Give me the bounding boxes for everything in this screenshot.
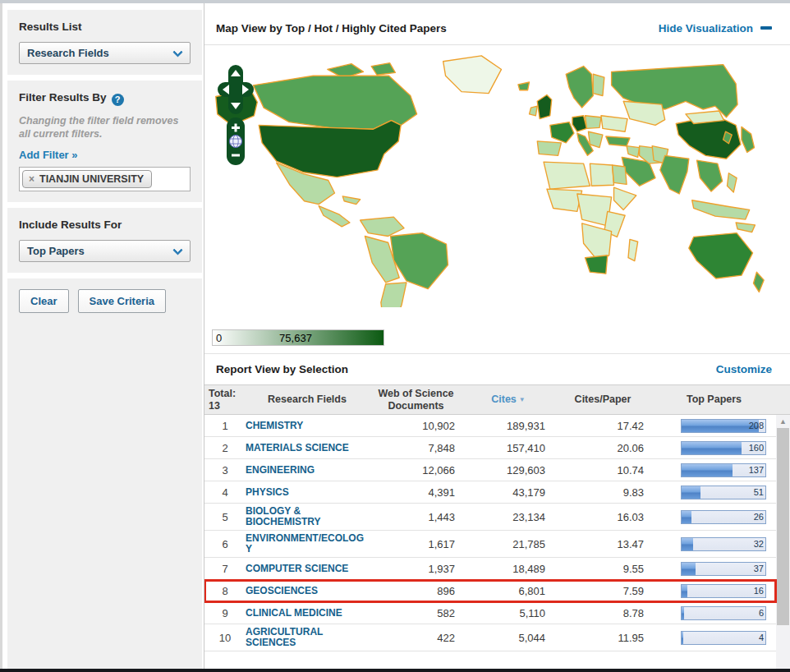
map-region-kazakhstan[interactable] [623, 101, 665, 125]
map-region-southeast-asia[interactable] [697, 160, 723, 191]
map-region-north-africa[interactable] [544, 162, 590, 189]
map-region-caribbean[interactable] [342, 196, 360, 205]
top-papers-value: 37 [754, 564, 764, 573]
map-region-germany[interactable] [572, 116, 586, 131]
research-field-link[interactable]: CHEMISTRY [246, 421, 369, 431]
column-header-cites-per-paper[interactable]: Cites/Paper [553, 394, 652, 405]
hide-visualization-link[interactable]: Hide Visualization [659, 22, 772, 35]
top-papers-cell: 160 [652, 441, 776, 455]
column-header-top-papers[interactable]: Top Papers [652, 394, 776, 405]
map-region-australia[interactable] [689, 233, 753, 278]
save-criteria-button[interactable]: Save Criteria [78, 289, 167, 313]
chevron-down-icon [172, 47, 183, 58]
clear-button[interactable]: Clear [19, 289, 69, 313]
include-results-dropdown[interactable]: Top Papers [19, 240, 191, 262]
scrollbar-thumb[interactable] [777, 428, 789, 625]
wos-documents-value: 12,066 [369, 464, 463, 476]
map-pan-control[interactable] [218, 65, 254, 114]
results-list-title: Results List [19, 21, 191, 33]
table-row: 5BIOLOGY & BIOCHEMISTRY1,44323,13416.032… [204, 504, 776, 531]
map-region-brazil[interactable] [391, 233, 448, 289]
research-field-link[interactable]: ENGINEERING [246, 465, 369, 476]
top-papers-bar: 16 [681, 584, 766, 598]
filter-section: Filter Results By? Changing the filter f… [7, 81, 202, 202]
cites-value: 21,785 [463, 538, 553, 550]
cites-per-paper-value: 7.59 [553, 585, 652, 597]
map-region-new-zealand[interactable] [754, 272, 765, 292]
research-field-link[interactable]: MATERIALS SCIENCE [246, 443, 369, 453]
row-rank: 6 [204, 538, 246, 550]
help-icon[interactable]: ? [112, 94, 124, 106]
map-region-south-africa[interactable] [586, 255, 608, 274]
customize-link[interactable]: Customize [716, 363, 772, 375]
map-region-uk[interactable] [537, 95, 551, 119]
map-region-philippines[interactable] [727, 173, 737, 192]
map-region-egypt[interactable] [613, 165, 627, 184]
map-region-spain-portugal[interactable] [537, 141, 561, 155]
legend-min-value: 0 [216, 332, 222, 344]
remove-filter-icon[interactable]: × [29, 173, 34, 185]
map-region-ireland[interactable] [530, 106, 538, 116]
wos-documents-value: 4,391 [369, 486, 463, 499]
top-papers-bar: 160 [681, 441, 766, 455]
row-rank: 3 [204, 464, 246, 476]
map-region-finland[interactable] [593, 74, 604, 95]
map-region-arctic-islands-east[interactable] [371, 63, 395, 76]
column-header-wos-documents[interactable]: Web of Science Documents [369, 388, 463, 412]
map-zoom-control[interactable] [225, 117, 246, 165]
cites-value: 129,603 [463, 464, 553, 476]
map-region-turkey[interactable] [606, 136, 630, 146]
map-region-madagascar[interactable] [628, 239, 638, 260]
column-header-research-fields[interactable]: Research Fields [246, 394, 369, 405]
map-region-ukraine[interactable] [601, 116, 627, 131]
results-list-dropdown-value: Research Fields [27, 47, 109, 59]
scroll-up-icon[interactable]: ▲ [776, 415, 790, 428]
research-field-link[interactable]: GEOSCIENCES [246, 586, 369, 596]
report-table-body: 1CHEMISTRY10,902189,93117.422082MATERIAL… [204, 415, 776, 651]
active-filters-box: × TIANJIN UNIVERSITY [19, 167, 191, 191]
map-region-greenland[interactable] [443, 56, 502, 94]
research-field-link[interactable]: COMPUTER SCIENCE [246, 564, 369, 574]
map-region-central-america[interactable] [319, 206, 350, 227]
results-list-section: Results List Research Fields [7, 10, 202, 75]
row-rank: 9 [204, 607, 246, 619]
research-field-link[interactable]: PHYSICS [246, 487, 369, 498]
research-field-link[interactable]: AGRICULTURAL SCIENCES [246, 627, 369, 648]
map-region-central-europe[interactable] [586, 116, 601, 129]
research-field-link[interactable]: CLINICAL MEDICINE [246, 608, 369, 619]
table-scrollbar[interactable]: ▲ [776, 415, 790, 669]
map-region-horn-of-africa[interactable] [614, 187, 636, 209]
map-region-colombia-venezuela[interactable] [361, 217, 404, 236]
add-filter-link[interactable]: Add Filter » [19, 149, 78, 161]
map-region-india[interactable] [660, 155, 689, 194]
main-panel: Map View by Top / Hot / Highly Cited Pap… [204, 3, 790, 669]
results-list-dropdown[interactable]: Research Fields [19, 42, 191, 64]
map-region-indonesia[interactable] [692, 200, 750, 219]
wos-documents-value: 1,617 [369, 538, 463, 550]
map-region-levant[interactable] [627, 146, 640, 158]
cites-value: 23,134 [463, 511, 553, 523]
zoom-out-icon [232, 154, 240, 157]
top-papers-value: 6 [759, 608, 764, 618]
map-region-west-africa[interactable] [547, 189, 582, 211]
research-field-link[interactable]: BIOLOGY & BIOCHEMISTRY [246, 506, 369, 527]
cites-per-paper-value: 10.74 [553, 464, 652, 476]
map-region-japan[interactable] [742, 127, 755, 152]
filter-chip[interactable]: × TIANJIN UNIVERSITY [22, 170, 152, 188]
column-header-cites[interactable]: Cites▼ [463, 394, 553, 405]
row-rank: 8 [204, 585, 246, 597]
top-papers-cell: 137 [652, 463, 776, 477]
map-region-libya[interactable] [590, 163, 613, 186]
cites-per-paper-value: 20.06 [553, 442, 652, 454]
research-field-link[interactable]: ENVIRONMENT/ECOLOGY [246, 533, 369, 555]
top-papers-bar: 4 [681, 631, 766, 645]
map-view-header: Map View by Top / Hot / Highly Cited Pap… [204, 3, 790, 45]
map-region-norway-sweden[interactable] [566, 67, 593, 108]
map-region-argentina-chile[interactable] [381, 283, 406, 307]
map-region-new-guinea[interactable] [736, 223, 755, 232]
map-region-france[interactable] [550, 122, 574, 143]
map-region-iceland[interactable] [518, 82, 530, 90]
cites-value: 6,801 [463, 585, 553, 597]
wos-documents-value: 896 [369, 585, 463, 597]
row-rank: 7 [204, 563, 246, 575]
